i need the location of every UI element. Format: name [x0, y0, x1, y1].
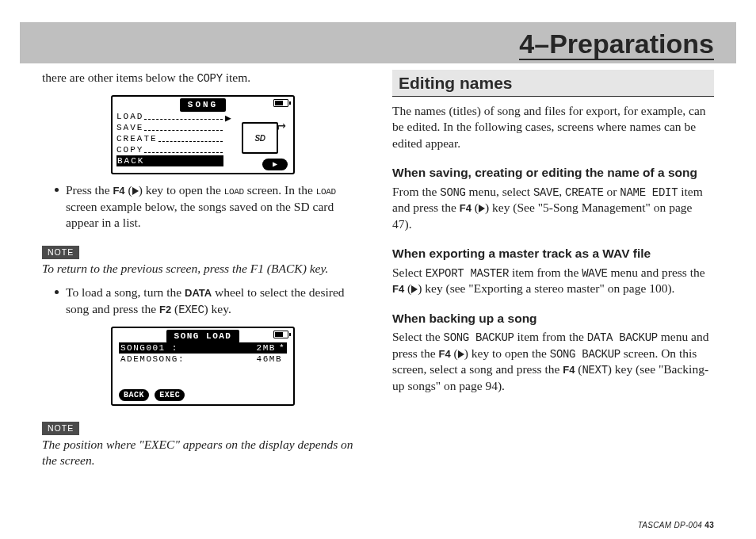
song-size: 2MB — [257, 342, 279, 354]
battery-icon — [273, 99, 288, 107]
chapter-header: 4–Preparations — [20, 22, 736, 63]
song-star: * — [279, 342, 287, 354]
section-intro: The names (titles) of song and files for… — [392, 103, 714, 151]
code: CREATE — [565, 186, 604, 199]
bullet-item: Press the F4 () key to open the LOAD scr… — [56, 182, 364, 231]
play-icon — [132, 187, 139, 195]
page-number: 43 — [704, 521, 714, 529]
lcd-row: LOAD — [116, 111, 223, 122]
code: DATA BACKUP — [587, 331, 658, 344]
text: , — [559, 185, 565, 198]
lcd-item: BACK — [117, 155, 144, 167]
right-column: Editing names The names (titles) of song… — [392, 70, 714, 512]
lcd-item: SAVE — [116, 122, 143, 134]
sd-label: SD — [255, 133, 265, 143]
lcd-screen-2: SONG LOAD SONG001 : 2MB * ADEMOSONG: 46M… — [111, 327, 295, 406]
text: From the — [392, 185, 440, 198]
play-icon — [479, 205, 485, 212]
page-footer: TASCAM DP-004 43 — [638, 521, 714, 529]
bullet-list: To load a song, turn the DATA wheel to s… — [56, 285, 364, 317]
lcd-song-row: ADEMOSONG: 46MB — [119, 354, 287, 365]
lcd-row: SAVE — [116, 122, 223, 133]
code: WAVE — [582, 267, 607, 280]
subheading: When backing up a song — [392, 312, 714, 327]
lcd-title: SONG — [113, 98, 293, 112]
page-content: there are other items below the COPY ite… — [42, 70, 714, 512]
text: there are other items below the — [42, 71, 197, 84]
lcd-item: COPY — [116, 144, 143, 156]
code: EXPORT MASTER — [426, 267, 509, 280]
text: menu and press the — [608, 266, 705, 279]
note-tag: NOTE — [42, 246, 79, 259]
text: ) key to open the — [139, 183, 224, 197]
code: LOAD — [316, 187, 336, 197]
key-label: F4 — [460, 202, 472, 214]
text: ) key. — [204, 302, 231, 315]
lcd-softkey: BACK — [119, 389, 149, 401]
text: Press the — [66, 183, 113, 197]
paragraph: Select EXPORT MASTER item from the WAVE … — [392, 265, 714, 297]
key-label: F4 — [439, 348, 451, 360]
text: item from the — [514, 330, 587, 343]
paragraph: Select the SONG BACKUP item from the DAT… — [392, 329, 714, 394]
lcd-item: CREATE — [116, 133, 158, 145]
text: Select the — [392, 330, 444, 343]
lcd-row-selected: BACK — [116, 155, 223, 166]
lcd-row: CREATE — [116, 133, 223, 144]
lcd-footer: ▶ — [262, 159, 288, 171]
subheading: When exporting a master track as a WAV f… — [392, 247, 714, 262]
lcd-item: LOAD — [116, 111, 143, 123]
text: or — [604, 185, 620, 198]
bullet-list: Press the F4 () key to open the LOAD scr… — [56, 182, 364, 231]
figure-song-load: SONG LOAD SONG001 : 2MB * ADEMOSONG: 46M… — [42, 327, 364, 406]
text: ) key (see "Exporting a stereo master" o… — [418, 281, 674, 295]
text: Select — [392, 266, 426, 279]
text: ( — [125, 183, 132, 197]
chapter-title: 4–Preparations — [519, 30, 714, 60]
lcd-song-row-selected: SONG001 : 2MB * — [119, 342, 287, 354]
text: ) key to open the — [464, 346, 550, 360]
key-label: F4 — [113, 185, 124, 197]
lcd-footer: BACK EXEC — [119, 389, 185, 402]
key-label: F4 — [392, 283, 404, 295]
text: menu, select — [466, 185, 533, 198]
code: LOAD — [224, 187, 244, 197]
note-tag: NOTE — [42, 422, 79, 435]
product-name: TASCAM DP-004 — [638, 521, 703, 529]
text: ( — [171, 302, 178, 315]
intro-line: there are other items below the COPY ite… — [42, 70, 364, 86]
lcd-song-list: SONG001 : 2MB * ADEMOSONG: 46MB — [119, 342, 287, 365]
text: ( — [472, 201, 479, 214]
note-body: To return to the previous screen, press … — [42, 261, 364, 277]
code: SAVE — [533, 186, 559, 199]
lcd-row: COPY — [116, 144, 223, 155]
code: SONG — [440, 186, 465, 199]
lcd-title-text: SONG LOAD — [166, 330, 240, 343]
section-heading: Editing names — [392, 70, 714, 97]
text: item. — [223, 71, 250, 84]
battery-icon — [273, 331, 288, 338]
lcd-cursor-arrow: ▶ — [225, 112, 231, 125]
text: ( — [404, 281, 411, 295]
code: NEXT — [582, 364, 607, 377]
song-name: ADEMOSONG: — [119, 354, 185, 365]
bullet-item: To load a song, turn the DATA wheel to s… — [56, 285, 364, 317]
lcd-screen-1: SONG LOAD SAVE CREATE COPY BACK ▶ ↵ SD ▶ — [111, 95, 295, 174]
text: screen example below, the songs saved on… — [66, 200, 334, 229]
code: COPY — [197, 72, 222, 85]
key-label: F4 — [563, 364, 575, 376]
figure-song-menu: SONG LOAD SAVE CREATE COPY BACK ▶ ↵ SD ▶ — [42, 95, 364, 174]
text: To load a song, turn the — [66, 285, 185, 299]
text: item from the — [509, 266, 582, 279]
text: screen. In the — [244, 183, 316, 197]
lcd-title: SONG LOAD — [113, 330, 293, 343]
text: ( — [451, 346, 458, 360]
code: EXEC — [178, 304, 204, 316]
key-label: F2 — [159, 304, 171, 315]
code: NAME EDIT — [620, 186, 678, 199]
sd-card-icon: ↵ SD — [242, 117, 288, 159]
code: SONG BACKUP — [550, 348, 620, 361]
song-size: 46MB — [257, 354, 285, 365]
play-icon — [458, 350, 464, 358]
song-name: SONG001 : — [119, 342, 178, 354]
